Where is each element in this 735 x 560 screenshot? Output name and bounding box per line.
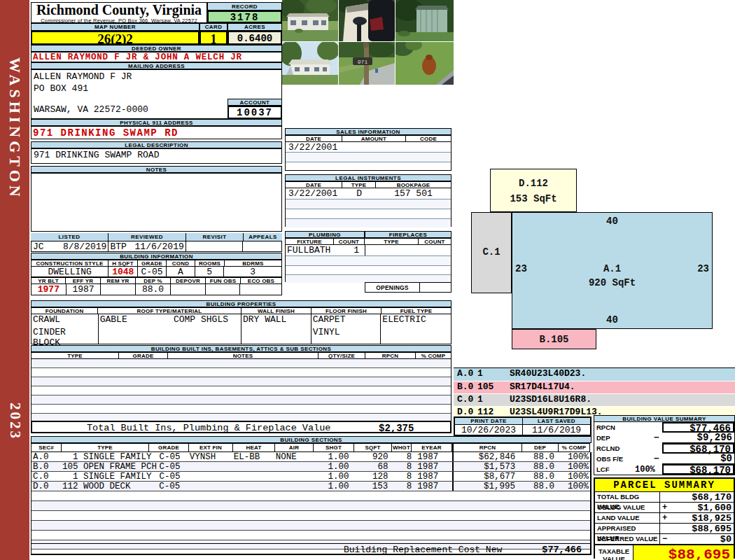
effyr-header: EFF YR: [66, 277, 101, 284]
bvs-value: $9,296: [662, 433, 734, 443]
account-value: 10037: [227, 106, 282, 119]
eyear-header: EYEAR: [412, 443, 452, 452]
grade-cell: C-05: [150, 462, 190, 471]
empty-row: [31, 501, 590, 511]
photo-vehicle[interactable]: [339, 0, 395, 41]
reviewed-by: BTP: [110, 241, 126, 251]
dep-cell: 88.0: [522, 472, 559, 481]
parcel-value: $0: [671, 534, 734, 545]
reviewed-header: REVIEWED: [108, 233, 186, 241]
type-cell: 1 SINGLE FAMILY: [62, 472, 150, 481]
yrblt-value: 1977: [31, 284, 66, 295]
building-info-header-row-2: YR BLT EFF YR REM YR DEP % DEPOVR FUN OB…: [31, 277, 282, 284]
physical-address-header: PHYSICAL 911 ADDRESS: [31, 119, 282, 126]
grade-col-header: GRADE: [149, 443, 189, 452]
district-label: WASHINGTON: [6, 57, 24, 239]
photo-shed[interactable]: [396, 0, 454, 41]
empty-row: [286, 266, 451, 275]
dep-pct-value: 88.0: [136, 284, 171, 295]
plumbing-header: PLUMBING: [285, 231, 365, 238]
eyear-cell: 1987: [412, 452, 452, 461]
notes-header: NOTES: [31, 166, 282, 173]
fuel-type-header: FUEL TYPE: [382, 307, 451, 314]
empty-row: [286, 153, 451, 162]
legal-description-value: 971 DRINKING SWAMP ROAD: [31, 148, 282, 164]
foundation-value-1: CRAWL: [31, 314, 98, 325]
sketch-d-sqft: 153 SqFt: [491, 193, 576, 204]
photo-house-front[interactable]: [282, 0, 338, 41]
cond-header: COND: [167, 260, 195, 267]
bvs-value: $68,170: [662, 443, 734, 454]
bi-rpcn-header: RPCN: [365, 352, 416, 359]
taxable-label: TAXABLE VALUE: [595, 545, 634, 560]
sec-cell: C.0: [31, 472, 62, 481]
type-cell: 112 WOOD DECK: [62, 482, 150, 491]
fireplace-type-header: TYPE: [365, 238, 419, 245]
sketch-a-id: A.1: [512, 263, 712, 274]
floor-finish-header: FLOOR FINISH: [312, 307, 382, 314]
grade-value: C-05: [138, 267, 167, 276]
rpcn-cell: $1,573: [452, 462, 522, 471]
photo-sign-post[interactable]: 971: [339, 42, 395, 85]
empty-row: [286, 219, 451, 227]
empty-row: [286, 209, 451, 219]
vector-code: B.0: [454, 382, 477, 393]
eyear-cell: 1987: [412, 482, 452, 491]
acres-header: ACRES: [227, 23, 282, 31]
sketch-a-dim-top: 40: [512, 216, 712, 227]
depovr-value: [171, 284, 206, 295]
wall-finish-header: WALL FINISH: [241, 307, 312, 314]
building-information-header: BUILDING INFORMATION: [31, 253, 282, 260]
vector-qty: 105: [477, 382, 510, 393]
remyr-value: [101, 284, 136, 295]
bvs-pct: 100%: [635, 465, 654, 475]
parcel-op: −: [660, 534, 671, 544]
section-row-d: D.0 112 WOOD DECK C-05 1.00 153 8 1987 $…: [31, 482, 590, 491]
foundation-header: FOUNDATION: [31, 307, 98, 314]
vector-path: SR40U23L40D23.: [510, 368, 586, 381]
type-cell: 105 OPEN FRAME PCH: [62, 462, 150, 471]
bi-grade-header: GRADE: [119, 352, 168, 359]
grade-cell: C-05: [150, 472, 190, 481]
section-row-a: A.0 1 SINGLE FAMILY C-05 VYNSH EL-BB NON…: [31, 452, 590, 462]
fixture-count-value: 1: [335, 245, 365, 255]
property-record-card: WASHINGTON 2023 Richmond County, Virgini…: [0, 0, 735, 560]
instruments-rows: 3/22/2001 D 157 501: [285, 188, 451, 227]
ecoobs-value: [240, 284, 281, 295]
appeals-header: APPEALS: [244, 233, 282, 241]
shgt-cell: 1.00: [314, 482, 354, 491]
legal-instruments-header: LEGAL INSTRUMENTS: [285, 174, 451, 181]
openings-row: OPENINGS: [365, 282, 451, 293]
shgt-cell: 1.00: [314, 452, 355, 461]
bi-type-header: TYPE: [31, 352, 119, 359]
instrument-row: 3/22/2001 D 157 501: [286, 188, 451, 200]
building-sections-header: BUILDING SECTIONS: [31, 436, 592, 443]
comp-cell: 100%: [559, 472, 590, 481]
heat-cell: EL-BB: [234, 452, 276, 461]
dep-cell: 88.0: [522, 482, 559, 491]
record-header: RECORD: [207, 2, 282, 10]
comp-col-header: % COMP: [559, 443, 590, 452]
photo-house-side[interactable]: [282, 42, 338, 85]
mailing-line-2: PO BOX 491: [31, 82, 281, 94]
sales-amount-header: AMOUNT: [342, 135, 406, 142]
deeded-owner-header: DEEDED OWNER: [31, 45, 282, 52]
dep-pct-header: DEP %: [136, 277, 171, 284]
bvs-row: LCF 100% $68,170: [594, 464, 734, 475]
floor-finish-value-2: VINYL: [312, 325, 381, 337]
empty-row: [31, 377, 451, 386]
record-value: 3178: [207, 10, 282, 23]
eyear-cell: 1987: [412, 472, 452, 481]
bvs-row: OBS F/E − $0: [594, 454, 734, 464]
bvs-label: LCF: [594, 465, 635, 473]
built-ins-header-row: TYPE GRADE NOTES QTY/SIZE RPCN % COMP: [31, 352, 451, 359]
parcel-value: $88,695: [671, 524, 734, 534]
sales-date-header: DATE: [285, 135, 342, 142]
grade-cell: C-05: [150, 452, 190, 461]
type-header: TYPE: [62, 443, 149, 452]
photo-dog[interactable]: [396, 42, 454, 85]
fuel-type-value: ELECTRIC: [381, 314, 451, 344]
sketch-vector-row-a: A.0 1 SR40U23L40D23.: [454, 368, 735, 382]
parcel-label: OBLDG VALUE: [595, 503, 660, 512]
notes-value: [31, 173, 282, 232]
